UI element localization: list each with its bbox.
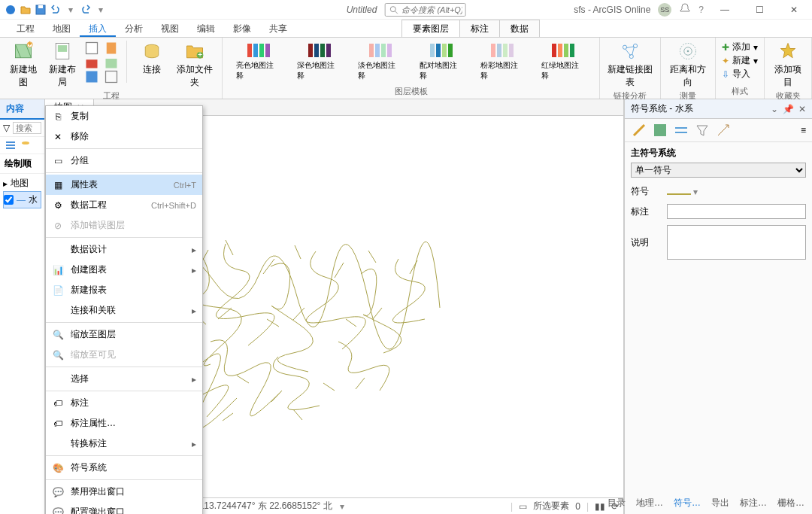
tab-analysis[interactable]: 分析 <box>116 20 152 37</box>
contextual-tabs: 要素图层 标注 数据 <box>401 20 540 37</box>
footer-tab-export[interactable]: 导出 <box>708 495 732 511</box>
subtab-labeling[interactable]: 标注 <box>460 20 500 37</box>
footer-tab-geoproc[interactable]: 地理… <box>633 495 666 511</box>
ctx-复制[interactable]: ⎘复制 <box>46 106 202 126</box>
footer-tab-raster[interactable]: 栅格… <box>774 495 807 511</box>
account-label[interactable]: sfs - ArcGIS Online <box>574 5 650 15</box>
import-map-icon[interactable] <box>104 55 119 67</box>
command-search-input[interactable] <box>401 5 462 14</box>
maximize-button[interactable]: ☐ <box>746 1 773 19</box>
tab-imagery[interactable]: 影像 <box>224 20 260 37</box>
footer-tab-catalog[interactable]: 目录 <box>604 495 629 511</box>
new-link-chart-button[interactable]: 新建链接图表 <box>606 41 654 89</box>
undo-icon[interactable] <box>50 4 62 16</box>
contents-search-input[interactable] <box>13 122 41 134</box>
pause-icon[interactable]: ▮▮ <box>595 501 605 512</box>
primary-symbology-icon[interactable] <box>631 122 647 138</box>
help-icon[interactable]: ? <box>698 5 704 15</box>
ctx-配置弹出窗口[interactable]: 💬配置弹出窗口 <box>46 502 202 514</box>
symbology-type-select[interactable]: 单一符号 <box>631 163 806 178</box>
gallery-item-light[interactable]: 淡色地图注释 <box>358 44 402 81</box>
redo-icon[interactable] <box>80 4 92 16</box>
command-search[interactable] <box>384 3 465 17</box>
tree-map-node[interactable]: ▸地图 <box>3 175 41 191</box>
tab-project[interactable]: 工程 <box>8 20 44 37</box>
gallery-item-bright[interactable]: 亮色地图注释 <box>236 44 280 81</box>
chevron-down-icon[interactable]: ▾ <box>340 501 344 512</box>
connections-button[interactable]: 连接 <box>135 41 169 76</box>
ctx-连接和关联[interactable]: 连接和关联▸ <box>46 300 202 321</box>
svg-rect-13 <box>106 59 117 68</box>
gallery-item-pastel[interactable]: 粉彩地图注释 <box>480 44 525 81</box>
list-by-drawing-icon[interactable] <box>5 139 17 151</box>
new-style-button[interactable]: ✦新建 ▾ <box>722 54 758 67</box>
new-layout-button[interactable]: 新建布局 <box>45 41 80 89</box>
add-style-button[interactable]: ✚添加 ▾ <box>722 41 758 53</box>
tab-map[interactable]: 地图 <box>44 20 80 37</box>
symbol-label: 符号 <box>631 185 661 198</box>
open-icon[interactable] <box>20 4 32 16</box>
ctx-创建图表[interactable]: 📊创建图表▸ <box>46 260 202 280</box>
save-icon[interactable] <box>35 4 47 16</box>
filter-icon[interactable]: ▽ <box>3 123 10 133</box>
scale-icon[interactable] <box>715 122 732 138</box>
report-icon[interactable] <box>84 41 99 53</box>
menu-icon[interactable]: ≡ <box>801 125 806 135</box>
notification-icon[interactable] <box>679 2 691 17</box>
ctx-禁用弹出窗口[interactable]: 💬禁用弹出窗口 <box>46 482 202 502</box>
dock-icon[interactable]: ⌄ <box>771 104 778 114</box>
ctx-标注属性[interactable]: 🏷标注属性… <box>46 413 202 433</box>
footer-tab-symbology[interactable]: 符号… <box>671 495 704 511</box>
chevron-down-icon[interactable]: ▾ <box>95 4 107 16</box>
minimize-button[interactable]: — <box>711 1 738 19</box>
symbol-layer-icon[interactable] <box>673 122 689 138</box>
layout-icon[interactable] <box>104 69 119 81</box>
close-pane-icon[interactable]: ✕ <box>798 104 806 114</box>
ctx-选择[interactable]: 选择▸ <box>46 369 202 389</box>
tab-share[interactable]: 共享 <box>260 20 296 37</box>
ctx-属性表[interactable]: ▦属性表Ctrl+T <box>46 175 202 195</box>
vary-symbology-icon[interactable] <box>652 122 668 138</box>
ctx-缩放至图层[interactable]: 🔍缩放至图层 <box>46 324 202 345</box>
footer-tab-label[interactable]: 标注… <box>737 495 770 511</box>
gallery-item-paired[interactable]: 配对地图注释 <box>420 44 464 81</box>
notebook-icon[interactable] <box>104 41 119 53</box>
toolbox-icon[interactable] <box>84 55 99 67</box>
user-avatar[interactable]: SS <box>658 3 671 17</box>
import-style-button[interactable]: ⇩导入 <box>722 68 758 81</box>
sparkle-icon: ✦ <box>722 56 729 66</box>
add-favorite-button[interactable]: 添加项目 <box>771 41 805 89</box>
chevron-down-icon[interactable]: ▾ <box>65 4 77 16</box>
ctx-转换标注[interactable]: 转换标注▸ <box>46 433 202 454</box>
layer-visibility-checkbox[interactable] <box>4 195 14 205</box>
task-icon[interactable] <box>84 69 99 81</box>
ctx-数据工程[interactable]: ⚙数据工程Ctrl+Shift+D <box>46 195 202 215</box>
ctx-数据设计[interactable]: 数据设计▸ <box>46 239 202 260</box>
ctx-分组[interactable]: ▭分组 <box>46 151 202 171</box>
ctx-符号系统[interactable]: 🎨符号系统 <box>46 458 202 478</box>
distance-direction-button[interactable]: 距离和方向 <box>667 41 709 89</box>
ctx-移除[interactable]: ✕移除 <box>46 126 202 147</box>
description-input[interactable] <box>667 225 806 260</box>
symbology-pane: 符号系统 - 水系 ⌄📌✕ ≡ 主符号系统 单一符号 符号 ▾ 标注 说明 <box>624 99 812 514</box>
symbol-preview[interactable]: ▾ <box>667 187 806 197</box>
list-by-source-icon[interactable] <box>20 139 32 151</box>
gallery-item-dark[interactable]: 深色地图注释 <box>297 44 341 81</box>
filter-icon[interactable] <box>694 122 710 138</box>
add-folder-button[interactable]: + 添加文件夹 <box>174 41 216 89</box>
new-map-button[interactable]: ✦ 新建地图 <box>6 41 41 89</box>
pin-icon[interactable]: 📌 <box>783 104 794 114</box>
annotation-input[interactable] <box>667 204 806 219</box>
ctx-标注[interactable]: 🏷标注 <box>46 393 202 413</box>
gallery-item-redgreen[interactable]: 红绿地图注释 <box>541 44 586 81</box>
subtab-data[interactable]: 数据 <box>500 20 539 37</box>
tab-insert[interactable]: 插入 <box>80 20 116 37</box>
quick-access-toolbar: ▾ ▾ <box>0 4 111 16</box>
tab-edit[interactable]: 编辑 <box>188 20 224 37</box>
close-button[interactable]: ✕ <box>780 1 807 19</box>
subtab-feature-layer[interactable]: 要素图层 <box>402 20 460 37</box>
tree-layer-water[interactable]: —水 <box>3 191 41 208</box>
ctx-新建报表[interactable]: 📄新建报表 <box>46 280 202 300</box>
selection-icon[interactable]: ▭ <box>519 501 527 512</box>
tab-view[interactable]: 视图 <box>152 20 188 37</box>
